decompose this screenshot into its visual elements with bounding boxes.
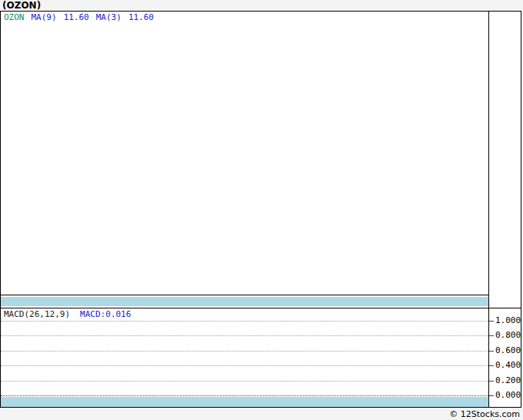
copyright-credit: © 12Stocks.com	[449, 408, 520, 420]
axis-label: 0.800	[495, 330, 521, 341]
date-axis-band-lower	[1, 397, 488, 407]
gridline-0-200	[1, 381, 488, 382]
ticker-symbol: OZON	[4, 12, 25, 22]
gridline-zero	[1, 395, 488, 396]
axis-label: 1.000	[495, 315, 521, 326]
title-bar: (OZON)	[0, 0, 523, 11]
axis-tick	[489, 351, 494, 352]
axis-label: 0.600	[495, 345, 521, 356]
macd-panel-top-border	[0, 308, 521, 308]
date-axis-band-upper	[1, 297, 488, 306]
page-title: (OZON)	[2, 0, 41, 11]
axis-tick	[489, 335, 494, 336]
macd-legend: MACD(26,12,9) MACD:0.016	[4, 309, 131, 319]
macd-value-label: MACD:0.016	[80, 309, 131, 319]
footer-bar: © 12Stocks.com	[0, 408, 523, 420]
chart-container	[0, 11, 521, 408]
axis-tick	[489, 395, 494, 396]
gridline-0-600	[1, 351, 488, 352]
macd-params-label: MACD(26,12,9)	[4, 309, 70, 319]
ma3-value: 11.60	[128, 12, 154, 22]
main-chart-legend: OZON MA(9) 11.60 MA(3) 11.60	[4, 12, 154, 22]
ma3-label: MA(3)	[96, 12, 122, 22]
ma9-label: MA(9)	[32, 12, 57, 22]
axis-label: 0.200	[495, 375, 521, 386]
axis-tick	[489, 381, 494, 382]
stock-chart-widget: (OZON) OZON MA(9) 11.60 MA(3) 11.60 MACD…	[0, 0, 523, 420]
right-axis-divider	[488, 11, 489, 408]
axis-label: 0.000	[495, 390, 521, 401]
gridline-1-000	[1, 321, 488, 322]
ma9-value: 11.60	[64, 12, 89, 22]
gridline-0-400	[1, 365, 488, 366]
main-plot-bottom-border	[0, 295, 489, 295]
axis-label: 0.400	[495, 360, 521, 371]
gridline-0-800	[1, 335, 488, 336]
axis-tick	[489, 365, 494, 366]
axis-tick	[489, 321, 494, 322]
